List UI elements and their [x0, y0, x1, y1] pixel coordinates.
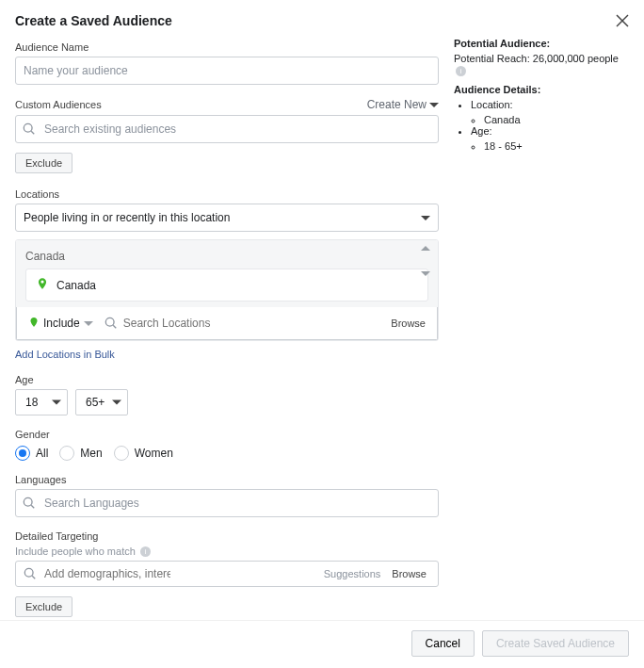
gender-option-all[interactable]: All	[15, 446, 48, 461]
locations-type-select[interactable]: People living in or recently in this loc…	[15, 204, 439, 232]
potential-audience-title: Potential Audience:	[454, 38, 550, 49]
detail-age: Age: 18 - 65+	[471, 125, 629, 152]
gender-option-men[interactable]: Men	[59, 446, 102, 461]
svg-line-9	[32, 576, 35, 578]
age-min-value: 18	[25, 396, 38, 409]
location-group-label: Canada	[25, 250, 65, 263]
chevron-down-icon	[52, 400, 61, 405]
detail-age-value: 18 - 65+	[484, 140, 629, 152]
targeting-browse-button[interactable]: Browse	[388, 568, 430, 579]
include-dropdown[interactable]: Include	[24, 315, 97, 333]
locations-label: Locations	[15, 188, 439, 200]
audience-details-title: Audience Details:	[454, 84, 540, 95]
chevron-down-icon	[84, 321, 93, 326]
search-icon	[105, 317, 118, 330]
suggestions-button[interactable]: Suggestions	[324, 568, 381, 579]
location-group-header: Canada Canada	[16, 240, 438, 307]
info-icon[interactable]: i	[140, 546, 151, 557]
targeting-sub-label: Include people who match	[15, 546, 136, 557]
create-new-label: Create New	[367, 98, 427, 111]
chevron-down-icon	[112, 400, 121, 405]
create-new-dropdown[interactable]: Create New	[367, 98, 439, 111]
gender-option-women[interactable]: Women	[114, 446, 173, 461]
svg-point-6	[24, 497, 32, 506]
search-icon	[24, 567, 37, 580]
age-min-select[interactable]: 18	[15, 389, 68, 415]
audience-name-input[interactable]	[15, 57, 439, 85]
chevron-down-icon	[421, 216, 430, 220]
potential-reach-label: Potential Reach:	[454, 53, 533, 64]
search-icon	[23, 497, 36, 510]
gender-option-label: Women	[135, 447, 173, 460]
locations-browse-button[interactable]: Browse	[387, 318, 429, 329]
exclude-targeting-button[interactable]: Exclude	[15, 596, 72, 617]
languages-label: Languages	[15, 474, 439, 485]
radio-icon	[59, 446, 74, 461]
cancel-button[interactable]: Cancel	[411, 630, 475, 657]
targeting-search-input[interactable]	[24, 567, 170, 580]
search-icon	[23, 122, 36, 136]
chevron-up-icon[interactable]	[421, 246, 430, 251]
svg-point-2	[24, 123, 32, 132]
age-max-select[interactable]: 65+	[75, 389, 128, 415]
svg-line-5	[113, 325, 116, 328]
gender-label: Gender	[15, 429, 439, 440]
dialog-title: Create a Saved Audience	[15, 13, 172, 28]
svg-point-8	[24, 568, 33, 577]
radio-icon	[114, 446, 129, 461]
create-saved-audience-button[interactable]: Create Saved Audience	[482, 630, 629, 657]
age-label: Age	[15, 374, 439, 385]
custom-audiences-search[interactable]	[15, 115, 439, 143]
gender-option-label: All	[36, 447, 48, 460]
gender-option-label: Men	[80, 447, 102, 460]
detail-location: Location: Canada	[471, 99, 629, 125]
potential-reach-value: 26,000,000 people	[533, 53, 619, 64]
location-item-label: Canada	[56, 279, 96, 292]
svg-line-3	[31, 131, 34, 134]
detail-location-value: Canada	[484, 114, 629, 125]
targeting-label: Detailed Targeting	[15, 530, 439, 542]
chevron-down-icon[interactable]	[421, 271, 430, 276]
audience-name-label: Audience Name	[15, 41, 439, 53]
custom-audiences-label: Custom Audiences	[15, 99, 102, 110]
locations-search-input[interactable]	[103, 313, 255, 334]
map-pin-icon	[28, 317, 40, 331]
info-icon[interactable]: i	[456, 66, 466, 76]
age-max-value: 65+	[86, 396, 105, 409]
chevron-down-icon	[429, 103, 439, 107]
svg-line-7	[31, 505, 34, 508]
radio-icon	[15, 446, 30, 461]
add-locations-bulk-link[interactable]: Add Locations in Bulk	[15, 349, 115, 360]
close-icon[interactable]	[616, 14, 629, 27]
languages-search-input[interactable]	[15, 489, 439, 517]
map-pin-icon	[36, 277, 49, 293]
svg-point-4	[105, 318, 114, 326]
exclude-audiences-button[interactable]: Exclude	[15, 153, 72, 173]
include-label: Include	[43, 317, 80, 330]
location-item[interactable]: Canada	[25, 269, 428, 301]
locations-type-value: People living in or recently in this loc…	[24, 211, 230, 224]
